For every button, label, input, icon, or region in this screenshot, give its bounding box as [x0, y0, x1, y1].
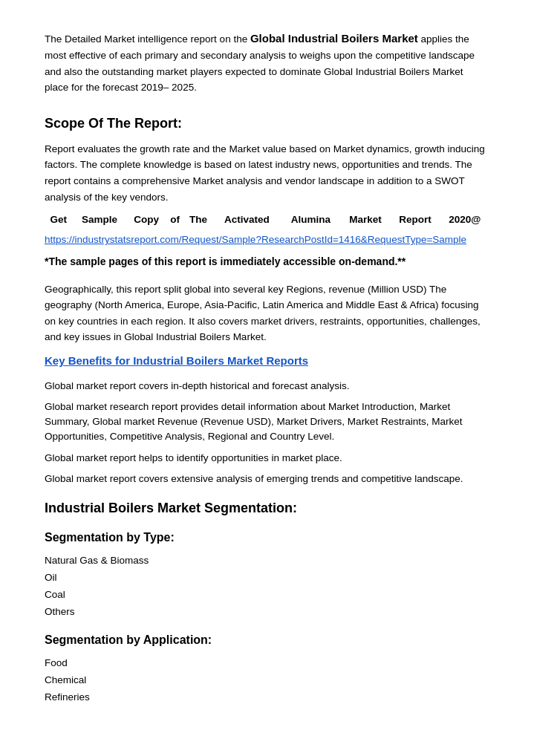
segmentation-market-heading: Industrial Boilers Market Segmentation: [45, 498, 489, 518]
geography-body: Geographically, this report split global… [45, 281, 489, 345]
scope-body: Report evaluates the growth rate and the… [45, 141, 489, 205]
benefit-item-1: Global market report covers in-depth his… [45, 379, 489, 394]
sample-link[interactable]: https://industrystatsreport.com/Request/… [45, 234, 466, 245]
market-label: Market [341, 212, 391, 227]
benefit-item-2: Global market research report provides d… [45, 400, 489, 445]
intro-bold-title: Global Industrial Boilers Market [250, 32, 418, 45]
benefit-item-4: Global market report covers extensive an… [45, 472, 489, 486]
alumina-label: Alumina [281, 212, 341, 227]
segmentation-type-list: Natural Gas & Biomass Oil Coal Others [45, 553, 489, 621]
app-item-1: Food [45, 655, 489, 672]
intro-prefix: The Detailed Market intelligence report … [45, 33, 247, 45]
key-benefits-heading[interactable]: Key Benefits for Industrial Boilers Mark… [45, 353, 489, 370]
of-label: of [166, 212, 184, 227]
type-item-3: Coal [45, 587, 489, 604]
copy-label: Copy [127, 212, 166, 227]
intro-paragraph: The Detailed Market intelligence report … [45, 30, 489, 96]
app-item-2: Chemical [45, 672, 489, 689]
get-sample-table: Get Sample Copy of The Activated Alumina… [45, 212, 489, 227]
the-label: The [183, 212, 212, 227]
segmentation-by-application-heading: Segmentation by Application: [45, 631, 489, 649]
report-label: Report [391, 212, 440, 227]
accessible-note: *The sample pages of this report is imme… [45, 254, 489, 270]
sample-label: Sample [72, 212, 126, 227]
activated-label: Activated [213, 212, 281, 227]
year-label: 2020@ [440, 212, 489, 227]
segmentation-by-type-heading: Segmentation by Type: [45, 529, 489, 547]
scope-heading: Scope Of The Report: [45, 114, 489, 134]
type-item-4: Others [45, 604, 489, 621]
segmentation-application-list: Food Chemical Refineries [45, 655, 489, 706]
benefit-item-3: Global market report helps to identify o… [45, 451, 489, 466]
type-item-1: Natural Gas & Biomass [45, 553, 489, 570]
get-sample-row: Get Sample Copy of The Activated Alumina… [45, 212, 489, 248]
app-item-3: Refineries [45, 689, 489, 706]
get-label: Get [45, 212, 72, 227]
type-item-2: Oil [45, 570, 489, 587]
